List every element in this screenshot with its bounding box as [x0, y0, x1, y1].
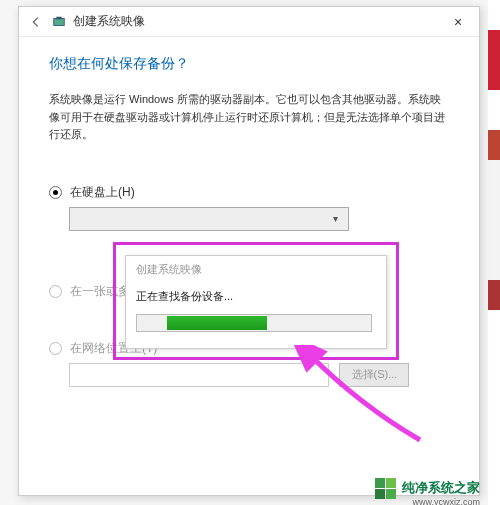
radio-hdd-label: 在硬盘上(H)	[70, 184, 135, 201]
page-heading: 你想在何处保存备份？	[49, 55, 449, 73]
svg-rect-1	[56, 16, 61, 19]
radio-dvd[interactable]	[49, 285, 62, 298]
hdd-drive-select[interactable]: ▾	[69, 207, 349, 231]
network-path-input[interactable]	[69, 363, 329, 387]
description-text: 系统映像是运行 Windows 所需的驱动器副本。它也可以包含其他驱动器。系统映…	[49, 91, 449, 144]
svg-rect-0	[54, 18, 65, 25]
browse-button[interactable]: 选择(S)...	[339, 363, 409, 387]
app-icon	[51, 14, 67, 30]
content-area: 你想在何处保存备份？ 系统映像是运行 Windows 所需的驱动器副本。它也可以…	[19, 37, 479, 429]
watermark: 纯净系统之家	[374, 477, 480, 499]
option-hard-disk: 在硬盘上(H) ▾	[49, 184, 449, 231]
watermark-url: www.ycwxjz.com	[412, 497, 480, 505]
watermark-logo-icon	[374, 477, 396, 499]
close-icon: ×	[454, 14, 462, 30]
progress-dialog: 创建系统映像 正在查找备份设备...	[125, 255, 387, 349]
window-title: 创建系统映像	[73, 13, 443, 30]
dialog-window: 创建系统映像 × 你想在何处保存备份？ 系统映像是运行 Windows 所需的驱…	[18, 6, 480, 496]
radio-row-hdd[interactable]: 在硬盘上(H)	[49, 184, 449, 201]
close-button[interactable]: ×	[443, 8, 473, 36]
back-arrow-icon	[29, 15, 43, 29]
radio-net[interactable]	[49, 342, 62, 355]
back-button[interactable]	[25, 11, 47, 33]
progress-dialog-title: 创建系统映像	[126, 256, 386, 283]
chevron-down-icon: ▾	[326, 210, 344, 228]
progress-message: 正在查找备份设备...	[136, 289, 376, 304]
titlebar: 创建系统映像 ×	[19, 7, 479, 37]
watermark-name: 纯净系统之家	[402, 479, 480, 497]
background-strip	[488, 0, 500, 505]
radio-hdd[interactable]	[49, 186, 62, 199]
progress-bar	[136, 314, 372, 332]
progress-fill	[167, 316, 267, 330]
